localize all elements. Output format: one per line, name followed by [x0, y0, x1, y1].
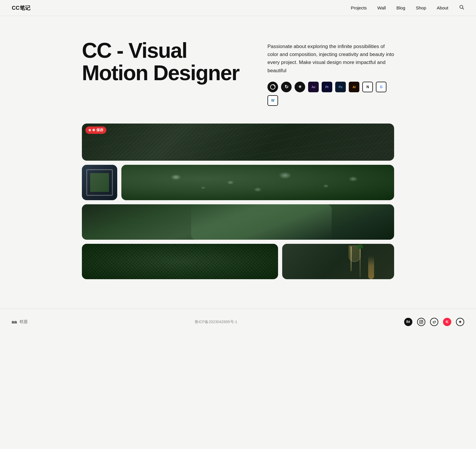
footer-instagram-icon[interactable]	[417, 318, 425, 326]
gallery-row-2	[82, 165, 394, 200]
gallery-image-drink[interactable]	[282, 244, 394, 279]
footer-social: Bé 红 ✦	[404, 318, 464, 326]
nav-link-about[interactable]: About	[437, 5, 448, 10]
svg-line-12	[273, 150, 394, 161]
footer-other-icon[interactable]: ✦	[456, 318, 464, 326]
tool-icon-spline[interactable]: ✳	[295, 82, 305, 92]
hero-left: CC - Visual Motion Designer	[82, 40, 250, 106]
footer-behance-icon[interactable]: Bé	[404, 318, 412, 326]
footer: 🏘 邻居 鲁ICP备2023042895号-1 Bé 红 ✦	[0, 309, 476, 335]
search-icon[interactable]	[459, 5, 464, 11]
svg-line-8	[156, 125, 318, 161]
gallery-row-4	[82, 244, 394, 279]
gallery-image-window[interactable]	[82, 165, 117, 200]
nav-link-shop[interactable]: Shop	[416, 5, 426, 10]
gallery-row-3	[82, 204, 394, 240]
hero-right: Passionate about exploring the infinite …	[267, 40, 394, 106]
hero-title: CC - Visual Motion Designer	[82, 40, 250, 84]
svg-point-14	[420, 321, 422, 323]
footer-vimeo-icon[interactable]	[430, 318, 438, 326]
tool-icon-google[interactable]: G	[376, 82, 386, 92]
footer-neighbor-label: 邻居	[19, 319, 28, 325]
svg-line-7	[126, 124, 288, 161]
tool-icon-ae[interactable]: Ae	[308, 82, 319, 92]
nav-link-blog[interactable]: Blog	[396, 5, 405, 10]
nav-link-projects[interactable]: Projects	[351, 5, 367, 10]
footer-home-icon: 🏘	[12, 319, 17, 325]
tool-icons-row: ↻ ✳ Ae Pr Ps Ai N G	[267, 82, 394, 106]
gallery-image-drops[interactable]	[121, 165, 394, 200]
nav-link-wall[interactable]: Wall	[377, 5, 386, 10]
tool-icon-ps[interactable]: Ps	[335, 82, 346, 92]
icp-text: 鲁ICP备2023042895号-1	[195, 320, 237, 324]
hero-description: Passionate about exploring the infinite …	[267, 42, 394, 75]
footer-red-icon[interactable]: 红	[443, 318, 451, 326]
gallery-section: ⊕ 保存	[70, 124, 406, 297]
tool-icon-notion[interactable]: N	[362, 82, 373, 92]
tool-icon-pr[interactable]: Pr	[322, 82, 332, 92]
gallery-image-knit[interactable]	[82, 244, 278, 279]
nav-logo[interactable]: CC笔记	[12, 4, 30, 11]
hero-section: CC - Visual Motion Designer Passionate a…	[70, 16, 406, 124]
svg-rect-13	[419, 320, 423, 324]
tool-icon-loop[interactable]: ↻	[281, 82, 292, 92]
save-badge[interactable]: ⊕ 保存	[85, 126, 106, 134]
svg-line-1	[462, 8, 464, 9]
save-label: 保存	[96, 128, 103, 133]
svg-line-10	[214, 132, 394, 161]
footer-icp: 鲁ICP备2023042895号-1	[195, 319, 237, 325]
navbar: CC笔记 Projects Wall Blog Shop About	[0, 0, 476, 16]
svg-point-15	[422, 321, 422, 321]
gallery-image-leaves[interactable]: ⊕ 保存	[82, 124, 394, 161]
nav-links: Projects Wall Blog Shop About	[351, 4, 464, 11]
tool-icon-wordpress[interactable]: W	[267, 95, 278, 106]
gallery-row-1: ⊕ 保存	[82, 124, 394, 161]
tool-icon-ai[interactable]: Ai	[349, 82, 359, 92]
tool-icon-cinema4d[interactable]	[267, 82, 278, 92]
gallery-image-diagonal[interactable]	[82, 204, 394, 240]
footer-left: 🏘 邻居	[12, 319, 28, 325]
